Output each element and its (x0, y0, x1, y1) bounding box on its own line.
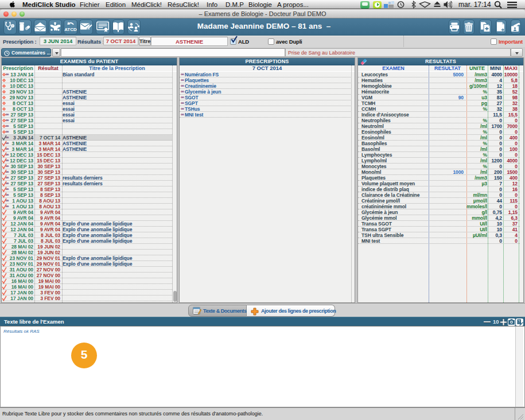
svg-text:ATCD: ATCD (64, 27, 77, 32)
